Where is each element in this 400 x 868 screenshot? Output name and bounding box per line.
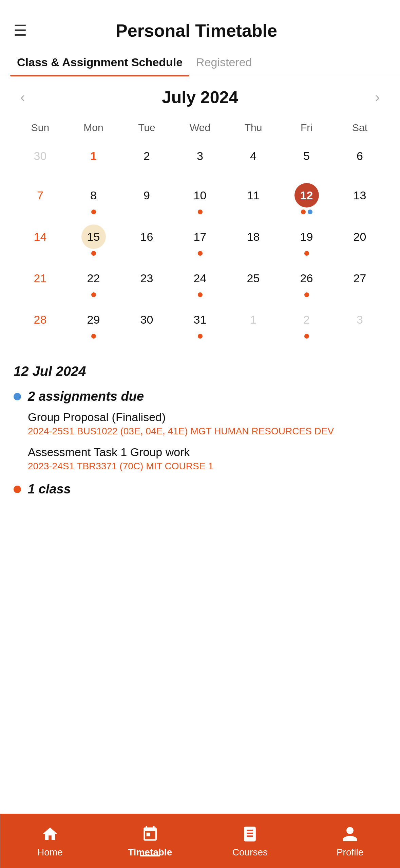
calendar-date: 8	[81, 183, 106, 207]
calendar-cell-w0d4[interactable]: 4	[227, 140, 280, 178]
calendar-cell-w3d2[interactable]: 23	[120, 263, 173, 302]
detail-section: 12 Jul 2024 2 assignments due Group Prop…	[0, 350, 400, 503]
calendar-cell-w1d5[interactable]: 12	[280, 180, 333, 219]
calendar-date: 24	[188, 266, 212, 290]
calendar-date: 1	[81, 144, 106, 168]
detail-date: 12 Jul 2024	[14, 364, 386, 379]
calendar-cell-w2d0[interactable]: 14	[14, 221, 67, 260]
tab-registered[interactable]: Registered	[189, 48, 259, 76]
dot-row	[91, 210, 96, 214]
calendar-cell-w3d6[interactable]: 27	[333, 263, 386, 302]
calendar-cell-w0d5[interactable]: 5	[280, 140, 333, 178]
orange-dot	[91, 292, 96, 297]
orange-dot	[304, 334, 309, 339]
dot-row	[91, 251, 96, 256]
day-header-tue: Tue	[120, 119, 173, 137]
nav-home[interactable]: Home	[0, 820, 100, 858]
calendar-cell-w4d5[interactable]: 2	[280, 304, 333, 343]
calendar-cell-w3d1[interactable]: 22	[67, 263, 120, 302]
calendar-date: 6	[348, 144, 372, 168]
calendar-cell-w4d6[interactable]: 3	[333, 304, 386, 343]
calendar-cell-w3d4[interactable]: 25	[227, 263, 280, 302]
nav-courses[interactable]: Courses	[200, 820, 300, 858]
header: ☰ Personal Timetable	[0, 0, 400, 48]
assignments-count: 2 assignments due	[28, 389, 144, 404]
calendar-cell-w0d2[interactable]: 2	[120, 140, 173, 178]
calendar-cell-w1d4[interactable]: 11	[227, 180, 280, 219]
tab-bar: Class & Assignment Schedule Registered	[0, 48, 400, 76]
assignment-item-2[interactable]: Assessment Task 1 Group work 2023-24S1 T…	[14, 446, 386, 472]
orange-dot	[301, 210, 306, 214]
calendar-date: 18	[241, 224, 266, 249]
assignment-item-1[interactable]: Group Proposal (Finalised) 2024-25S1 BUS…	[14, 411, 386, 437]
calendar-cell-w1d1[interactable]: 8	[67, 180, 120, 219]
dot-row	[304, 292, 309, 297]
calendar-cell-w4d2[interactable]: 30	[120, 304, 173, 343]
calendar-cell-w0d1[interactable]: 1	[67, 140, 120, 178]
orange-dot	[304, 292, 309, 297]
calendar-cell-w3d3[interactable]: 24	[173, 263, 227, 302]
calendar-date: 3	[188, 144, 212, 168]
calendar-date: 27	[348, 266, 372, 290]
class-count-label: 1 class	[28, 482, 71, 496]
profile-icon	[340, 824, 360, 844]
orange-dot	[91, 334, 96, 339]
assignment-code-2: 2023-24S1 TBR3371 (70C) MIT COURSE 1	[28, 461, 386, 472]
calendar-date: 28	[28, 307, 53, 332]
calendar-cell-w2d5[interactable]: 19	[280, 221, 333, 260]
calendar-date: 17	[188, 224, 212, 249]
calendar-date: 1	[241, 307, 266, 332]
calendar-date: 22	[81, 266, 106, 290]
calendar-cell-w4d1[interactable]: 29	[67, 304, 120, 343]
class-count-group: 1 class	[14, 482, 386, 496]
calendar-date: 16	[135, 224, 159, 249]
prev-month-button[interactable]: ‹	[14, 86, 32, 108]
nav-profile[interactable]: Profile	[300, 820, 400, 858]
calendar-cell-w1d6[interactable]: 13	[333, 180, 386, 219]
calendar-cell-w3d5[interactable]: 26	[280, 263, 333, 302]
dot-row	[304, 334, 309, 339]
calendar-date: 3	[348, 307, 372, 332]
orange-dot	[198, 251, 203, 256]
nav-profile-label: Profile	[337, 847, 363, 858]
orange-dot	[198, 334, 203, 339]
calendar-cell-w0d0[interactable]: 30	[14, 140, 67, 178]
calendar-cell-w4d4[interactable]: 1	[227, 304, 280, 343]
calendar-cell-w2d1[interactable]: 15	[67, 221, 120, 260]
blue-dot	[308, 210, 312, 214]
nav-home-label: Home	[37, 847, 63, 858]
menu-button[interactable]: ☰	[14, 23, 27, 38]
calendar-cell-w1d2[interactable]: 9	[120, 180, 173, 219]
calendar-date: 2	[135, 144, 159, 168]
tab-class-assignment[interactable]: Class & Assignment Schedule	[10, 48, 189, 76]
calendar-cell-w3d0[interactable]: 21	[14, 263, 67, 302]
dot-row	[301, 210, 312, 214]
orange-dot	[304, 251, 309, 256]
calendar-cell-w2d6[interactable]: 20	[333, 221, 386, 260]
orange-dot	[91, 210, 96, 214]
calendar-cell-w4d3[interactable]: 31	[173, 304, 227, 343]
calendar-cell-w2d4[interactable]: 18	[227, 221, 280, 260]
calendar-cell-w2d3[interactable]: 17	[173, 221, 227, 260]
calendar-cell-w0d3[interactable]: 3	[173, 140, 227, 178]
calendar-cell-w2d2[interactable]: 16	[120, 221, 173, 260]
calendar-cell-w4d0[interactable]: 28	[14, 304, 67, 343]
calendar-date: 5	[294, 144, 319, 168]
calendar: ‹ July 2024 › Sun Mon Tue Wed Thu Fri Sa…	[0, 76, 400, 350]
nav-timetable[interactable]: Timetable	[100, 820, 200, 858]
calendar-cell-w1d3[interactable]: 10	[173, 180, 227, 219]
calendar-cell-w1d0[interactable]: 7	[14, 180, 67, 219]
calendar-grid: Sun Mon Tue Wed Thu Fri Sat 301234567891…	[14, 119, 386, 343]
next-month-button[interactable]: ›	[368, 86, 386, 108]
courses-icon	[240, 824, 260, 844]
month-title: July 2024	[162, 88, 238, 107]
assignments-group: 2 assignments due Group Proposal (Finali…	[14, 389, 386, 472]
orange-dot	[91, 251, 96, 256]
dot-row	[198, 251, 203, 256]
calendar-cell-w0d6[interactable]: 6	[333, 140, 386, 178]
dot-row	[304, 251, 309, 256]
nav-active-indicator	[140, 855, 160, 856]
bottom-nav: Home Timetable Courses Profile	[0, 814, 400, 868]
day-header-mon: Mon	[67, 119, 120, 137]
calendar-date: 9	[135, 183, 159, 207]
